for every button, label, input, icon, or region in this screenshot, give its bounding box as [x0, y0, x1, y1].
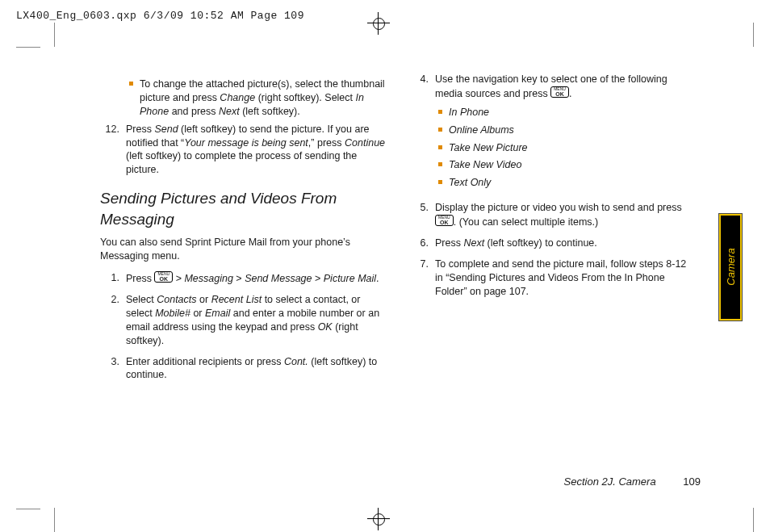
cropmark: [54, 508, 55, 532]
text: Email: [205, 308, 230, 319]
bullet-item: Text Only: [435, 176, 696, 190]
text: Select: [126, 294, 157, 305]
step-12: 12. Press Send (left softkey) to send th…: [100, 123, 387, 178]
text: . (You can select multiple items.): [454, 216, 598, 228]
intro-text: You can also send Sprint Picture Mail fr…: [100, 236, 387, 263]
text: Change: [220, 92, 255, 103]
text: Enter additional recipients or press: [126, 356, 284, 367]
text: .: [569, 88, 571, 99]
step-1: 1. Press MENUOK > Messaging > Send Messa…: [100, 271, 387, 286]
step-number: 1.: [100, 271, 126, 286]
bullet-item: To change the attached picture(s), selec…: [126, 77, 387, 119]
footer-section: Section 2J. Camera: [564, 475, 656, 488]
text: (left softkey).: [240, 106, 300, 117]
text: or: [197, 294, 211, 305]
text: ,” press: [308, 137, 345, 149]
tab-label: Camera: [725, 243, 737, 291]
text: Press: [126, 124, 154, 135]
step-3: 3. Enter additional recipients or press …: [100, 355, 387, 383]
text: >: [312, 273, 324, 284]
step-6: 6. Press Next (left softkey) to continue…: [409, 237, 696, 250]
cropmark: [54, 23, 55, 47]
step-7: 7. To complete and send the picture mail…: [409, 258, 696, 299]
step-number: 3.: [100, 355, 126, 383]
text: To complete and send the picture mail, f…: [435, 258, 696, 299]
text: Contacts: [157, 294, 196, 305]
text: Text Only: [449, 176, 491, 190]
section-heading: Sending Pictures and Videos From Messagi…: [100, 188, 387, 229]
text: OK: [318, 321, 333, 333]
cropmark: [753, 23, 754, 47]
bullet-item: Take New Video: [435, 158, 696, 172]
page: LX400_Eng_0603.qxp 6/3/09 10:52 AM Page …: [0, 0, 770, 532]
text: Take New Video: [449, 158, 521, 172]
text: Next: [463, 237, 484, 249]
section-tab: Camera: [719, 214, 742, 320]
left-column: To change the attached picture(s), selec…: [100, 73, 387, 389]
text: and press: [169, 106, 219, 117]
text: Next: [219, 106, 240, 117]
step-5: 5. Display the picture or video you wish…: [409, 201, 696, 229]
text: or: [190, 308, 205, 319]
text: Picture Mail: [324, 273, 376, 284]
step-4: 4. Use the navigation key to select one …: [409, 73, 696, 194]
step-number: 4.: [409, 73, 435, 194]
text: .: [376, 273, 379, 284]
text: In Phone: [449, 106, 489, 119]
text: Press: [435, 237, 463, 249]
step-2: 2. Select Contacts or Recent List to sel…: [100, 293, 387, 348]
bullet-item: In Phone: [435, 106, 696, 119]
text: Your message is being sent: [184, 137, 308, 149]
text: >: [173, 273, 184, 284]
slug-line: LX400_Eng_0603.qxp 6/3/09 10:52 AM Page …: [16, 10, 304, 22]
register-icon: [367, 508, 390, 530]
text: Messaging: [184, 273, 232, 284]
menu-ok-icon: MENUOK: [550, 86, 569, 98]
step-number: 2.: [100, 293, 126, 348]
text: Mobile#: [155, 308, 190, 319]
register-icon: [367, 12, 390, 35]
menu-ok-icon: MENUOK: [435, 215, 454, 226]
text: Take New Picture: [449, 141, 528, 155]
text: Display the picture or video you wish to…: [435, 202, 682, 213]
page-number: 109: [683, 475, 701, 488]
cropmark: [16, 47, 40, 48]
text: (right softkey). Select: [255, 92, 355, 103]
step-number: 7.: [409, 258, 435, 299]
text: Online Albums: [449, 124, 514, 137]
step-number: 5.: [409, 201, 435, 229]
text: Send Message: [245, 273, 312, 284]
right-column: 4. Use the navigation key to select one …: [409, 73, 696, 389]
bullet-item: Take New Picture: [435, 141, 696, 155]
text: Press: [126, 273, 154, 284]
footer: Section 2J. Camera 109: [564, 475, 701, 488]
text: >: [233, 273, 245, 284]
text: Continue: [345, 137, 385, 149]
text: (left softkey) to continue.: [484, 237, 597, 249]
step-number: 12.: [100, 123, 126, 178]
text: Send: [154, 124, 178, 135]
menu-ok-icon: MENUOK: [154, 271, 173, 283]
text: Recent List: [211, 294, 262, 305]
text: Cont.: [284, 356, 308, 367]
cropmark: [753, 508, 754, 532]
bullet-item: Online Albums: [435, 124, 696, 137]
text: (left softkey) to complete the process o…: [126, 150, 357, 175]
content-area: To change the attached picture(s), selec…: [100, 73, 705, 389]
step-number: 6.: [409, 237, 435, 250]
cropmark: [16, 509, 40, 509]
